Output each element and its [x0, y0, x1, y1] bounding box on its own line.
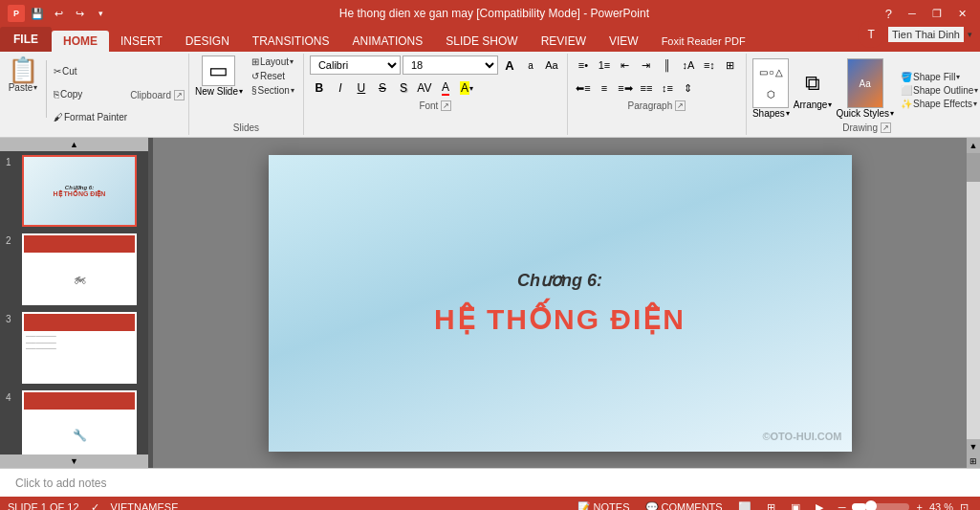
shape-effects-button[interactable]: ✨ Shape Effects ▾: [898, 98, 980, 110]
tab-review[interactable]: REVIEW: [530, 31, 598, 52]
zoom-slider-thumb[interactable]: [865, 500, 877, 510]
font-expand-button[interactable]: ↗: [441, 100, 451, 111]
undo-button[interactable]: ↩: [50, 5, 67, 22]
font-name-row: Calibri 18 A a Aa: [310, 55, 561, 75]
increase-indent-button[interactable]: ⇥: [637, 55, 656, 75]
slide-canvas[interactable]: Chương 6: HỆ THỐNG ĐIỆN ©OTO-HUI.COM: [269, 155, 852, 452]
align-left-button[interactable]: ⬅≡: [574, 78, 593, 98]
cut-button[interactable]: ✂ Cut: [51, 65, 130, 78]
align-right-button[interactable]: ≡➡: [616, 78, 635, 98]
normal-view-button[interactable]: ⬜: [734, 500, 755, 511]
smartart-button[interactable]: ⊞: [721, 55, 740, 75]
shape-fill-button[interactable]: 🪣 Shape Fill ▾: [898, 71, 980, 83]
section-button[interactable]: § Section▾: [249, 84, 297, 97]
slideshow-button[interactable]: ▶: [812, 500, 827, 511]
slide-thumbnail-1[interactable]: Chương 6: HỆ THỐNG ĐIỆN: [22, 155, 137, 227]
tab-home[interactable]: HOME: [52, 31, 109, 52]
scroll-corner-button[interactable]: ⊞: [967, 455, 980, 468]
slide-thumbnail-2[interactable]: 🏍: [22, 233, 137, 305]
tab-file[interactable]: FILE: [0, 27, 52, 52]
customize-qa-button[interactable]: ▾: [92, 5, 109, 22]
italic-button[interactable]: I: [331, 78, 350, 98]
slide-thumb-2[interactable]: 2 🏍: [4, 232, 144, 307]
reset-button[interactable]: ↺ Reset: [249, 70, 297, 82]
quick-styles-button[interactable]: Aa Quick Styles▾: [836, 58, 894, 119]
clipboard-expand-button[interactable]: ↗: [174, 90, 185, 100]
tab-insert[interactable]: INSERT: [109, 31, 174, 52]
tab-foxit[interactable]: Foxit Reader PDF: [650, 31, 757, 52]
char-spacing-button[interactable]: AV: [415, 78, 434, 98]
shapes-button[interactable]: ▭○ △⬡ Shapes▾: [752, 58, 790, 119]
notes-area[interactable]: Click to add notes: [0, 468, 980, 497]
redo-button[interactable]: ↪: [71, 5, 88, 22]
slide-thumb-4[interactable]: 4 🔧: [4, 388, 144, 455]
tab-design[interactable]: DESIGN: [174, 31, 241, 52]
decrease-font-button[interactable]: a: [521, 55, 540, 75]
drawing-expand-button[interactable]: ↗: [881, 122, 891, 133]
arrange-button[interactable]: ⧉ Arrange▾: [794, 67, 833, 110]
shapes-palette[interactable]: ▭○ △⬡: [752, 58, 789, 108]
tab-slideshow[interactable]: SLIDE SHOW: [434, 31, 529, 52]
scroll-down-button[interactable]: ▼: [967, 439, 980, 455]
columns-button[interactable]: ║: [658, 55, 677, 75]
highlight-button[interactable]: A▾: [457, 78, 476, 98]
arrange-icon: ⧉: [801, 67, 824, 100]
zoom-slider[interactable]: [852, 503, 909, 510]
notes-button[interactable]: 📝 NOTES: [574, 500, 634, 511]
layout-button[interactable]: ⊞ Layout▾: [249, 55, 297, 68]
line-spacing-button[interactable]: ↕≡: [658, 78, 677, 98]
drawing-label: Drawing ↗: [752, 122, 980, 133]
justify-button[interactable]: ≡≡: [637, 78, 656, 98]
clear-format-button[interactable]: Aa: [542, 55, 561, 75]
section-icon: §: [251, 85, 257, 96]
comments-button[interactable]: 💬 COMMENTS: [642, 500, 727, 511]
reading-view-button[interactable]: ▣: [787, 500, 804, 511]
format-painter-button[interactable]: 🖌 Format Painter: [51, 111, 130, 123]
tab-view[interactable]: VIEW: [598, 31, 650, 52]
paragraph-expand-button[interactable]: ↗: [675, 100, 686, 111]
user-menu-button[interactable]: ▾: [968, 30, 972, 39]
copy-button[interactable]: ⎘ Copy: [51, 88, 130, 100]
font-name-select[interactable]: Calibri: [310, 55, 401, 75]
underline-button[interactable]: U: [352, 78, 371, 98]
strikethrough-button[interactable]: S: [373, 78, 392, 98]
slide-thumb-3[interactable]: 3 ───────────────────────────: [4, 310, 144, 386]
spacing-button[interactable]: ⇕: [679, 78, 698, 98]
user-avatar[interactable]: T: [858, 21, 884, 48]
fit-window-button[interactable]: ⊡: [956, 500, 972, 511]
panel-scroll-up[interactable]: ▲: [0, 138, 148, 151]
bold-button[interactable]: B: [310, 78, 329, 98]
shadow-button[interactable]: S: [394, 78, 413, 98]
align-text-button[interactable]: ≡↕: [700, 55, 719, 75]
font-color-button[interactable]: A: [436, 78, 455, 98]
slide-thumb-1[interactable]: 1 Chương 6: HỆ THỐNG ĐIỆN: [4, 153, 144, 229]
slide-count: SLIDE 1 OF 12: [8, 501, 79, 510]
slide-sorter-button[interactable]: ⊞: [763, 500, 779, 511]
center-button[interactable]: ≡: [595, 78, 614, 98]
new-slide-button[interactable]: ▭ New Slide▾: [195, 55, 243, 97]
window-title: He thong dien xe gan may [Compatibility …: [109, 7, 880, 20]
tab-animations[interactable]: ANIMATIONS: [340, 31, 434, 52]
text-direction-button[interactable]: ↕A: [679, 55, 698, 75]
slide-thumbnail-4[interactable]: 🔧: [22, 390, 137, 455]
scroll-thumb[interactable]: [967, 153, 980, 182]
zoom-slider-fill: [852, 503, 866, 510]
shape-outline-button[interactable]: ⬜ Shape Outline ▾: [898, 84, 980, 97]
increase-font-button[interactable]: A: [500, 55, 519, 75]
slide-thumbnail-3[interactable]: ───────────────────────────: [22, 312, 137, 384]
zoom-in-button[interactable]: +: [912, 500, 926, 510]
spell-check-status[interactable]: ✓: [91, 501, 99, 511]
zoom-out-button[interactable]: ─: [835, 500, 850, 510]
font-style-row: B I U S S AV A A▾: [310, 78, 561, 98]
panel-scroll-down[interactable]: ▼: [0, 455, 148, 468]
bullets-button[interactable]: ≡•: [574, 55, 593, 75]
decrease-indent-button[interactable]: ⇤: [616, 55, 635, 75]
scroll-up-button[interactable]: ▲: [967, 138, 980, 153]
numbering-button[interactable]: 1≡: [595, 55, 614, 75]
notes-placeholder: Click to add notes: [15, 477, 106, 490]
font-size-select[interactable]: 18: [403, 55, 498, 75]
language-status: VIETNAMESE: [111, 501, 179, 510]
tab-transitions[interactable]: TRANSITIONS: [241, 31, 341, 52]
save-button[interactable]: 💾: [29, 5, 46, 22]
paste-button[interactable]: 📋 Paste▾: [4, 55, 42, 133]
